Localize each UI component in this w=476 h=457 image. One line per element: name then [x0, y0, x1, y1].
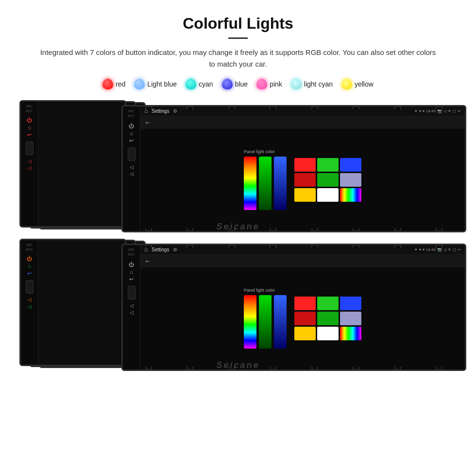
bottom-camera-icon: 📷 — [437, 247, 442, 252]
bottom-main-inner: MIC RST ⏻ ⌂ ↩ ◁ ◁ ⌂ Settings — [123, 245, 465, 369]
color-item-pink: pink — [256, 79, 282, 89]
color-item-lightblue: Light blue — [134, 79, 177, 89]
bottom-bars-container — [244, 295, 287, 349]
color-item-yellow: yellow — [341, 79, 374, 89]
bottom-screen-area: ⌂ Settings ⚙ ✦ ▾ ▾ 14:40 📷 ◁ — [140, 245, 465, 369]
bottom-top-teeth — [123, 245, 465, 248]
swatch-r2c3[interactable] — [340, 173, 361, 187]
color-item-cyan: cyan — [186, 79, 213, 89]
screen-vol-icon: ◁ — [443, 109, 446, 113]
bottom-swatch-r2c3[interactable] — [340, 312, 361, 325]
screen-bluetooth-icon: ✦ — [414, 109, 418, 113]
bottom-device-group: MIC RST ⏻ ⌂ ↩ ◁ ◁ MI — [19, 239, 466, 375]
bulb-red-icon — [102, 79, 113, 89]
bulb-lightblue-icon — [134, 79, 145, 89]
bottom-back-unit-1: MIC RST ⏻ ⌂ ↩ ◁ ◁ — [19, 239, 126, 366]
bottom-screen-time: 14:40 — [426, 247, 436, 252]
color-label-blue: blue — [235, 80, 248, 88]
bottom-bar-blue — [274, 295, 287, 349]
top-device-group: MIC RST ⏻ ⌂ ↩ ◁ ◁ — [19, 100, 466, 236]
top-teeth — [123, 106, 465, 109]
bottom-swatch-r3c3[interactable] — [340, 327, 361, 340]
color-label-yellow: yellow — [355, 80, 374, 88]
bottom-swatch-r1c1[interactable] — [294, 297, 316, 310]
top-screen-area: ⌂ Settings ⚙ ✦ ▾ ▾ 14:40 📷 ◁ — [140, 106, 465, 231]
top-power-icon: ⏻ — [129, 123, 134, 129]
swatch-r1c3[interactable] — [340, 158, 361, 172]
tooth-3 — [228, 106, 235, 109]
bottom-sidebar-1: MIC RST ⏻ ⌂ ↩ ◁ ◁ — [21, 240, 38, 365]
home-icon-1: ⌂ — [28, 124, 31, 130]
tooth-6 — [353, 106, 359, 109]
top-watermark-container: Seicane — [19, 222, 457, 232]
bulb-cyan-icon — [186, 79, 196, 89]
bottom-swatch-r2c1[interactable] — [294, 312, 316, 325]
bottom-topbar-right: ✦ ▾ ▾ 14:40 📷 ◁ ✕ ◻ ↩ — [414, 247, 461, 252]
slot-1 — [26, 141, 34, 155]
swatch-r2c2[interactable] — [317, 173, 339, 187]
page-title: Colorful Lights — [19, 15, 457, 33]
panel-light-section: Panel light color — [244, 149, 287, 210]
bottom-swatch-r3c2[interactable] — [317, 327, 339, 340]
bulb-pink-icon — [256, 79, 267, 89]
top-main-device: MIC RST ⏻ ⌂ ↩ ◁ ◁ ⌂ — [121, 105, 466, 232]
bottom-device-section: MIC RST ⏻ ⌂ ↩ ◁ ◁ MI — [19, 239, 457, 370]
top-slot — [128, 147, 136, 161]
swatch-section — [294, 158, 361, 202]
title-divider — [228, 37, 248, 39]
color-item-red: red — [102, 79, 125, 89]
bulb-yellow-icon — [341, 79, 352, 89]
top-watermark: Seicane — [216, 222, 259, 231]
bottom-swatch-r1c2[interactable] — [317, 297, 339, 310]
bottom-bluetooth-icon: ✦ — [414, 247, 418, 252]
bottom-watermark: Seicane — [216, 360, 259, 370]
screen-camera-icon: 📷 — [437, 109, 442, 113]
swatch-r3c3[interactable] — [340, 188, 361, 202]
swatch-r1c1[interactable] — [294, 158, 316, 172]
screen-return-icon: ↩ — [458, 109, 461, 113]
tooth-5 — [311, 106, 318, 109]
color-bars-container — [244, 157, 287, 210]
top-stack-left: MIC RST ⏻ ⌂ ↩ ◁ ◁ — [19, 100, 136, 231]
bottom-bar-rainbow — [244, 295, 256, 349]
screen-rect-icon: ◻ — [453, 109, 456, 113]
bottom-swatch-r3c1[interactable] — [294, 327, 316, 340]
vol-icon-1: ◁ — [28, 158, 32, 164]
bottom-back-arrow-icon[interactable]: ← — [144, 257, 151, 265]
back-arrow-icon[interactable]: ← — [144, 119, 151, 126]
vol2-icon-1: ◁ — [28, 165, 32, 171]
swatch-r1c2[interactable] — [317, 158, 339, 172]
bulb-lightcyan-icon — [291, 79, 302, 89]
bottom-battery-icon: ▾ — [423, 247, 425, 252]
page-wrapper: Colorful Lights Integrated with 7 colors… — [0, 0, 476, 382]
tooth-8 — [436, 106, 442, 109]
top-rst-label: RST — [128, 114, 135, 118]
bottom-stack-left: MIC RST ⏻ ⌂ ↩ ◁ ◁ MI — [19, 239, 136, 370]
color-label-cyan: cyan — [199, 80, 213, 88]
bar-rainbow — [244, 157, 256, 210]
bottom-panel-light-section: Panel light color — [244, 288, 287, 349]
bottom-swatch-r1c3[interactable] — [340, 297, 361, 310]
swatch-r3c1[interactable] — [294, 188, 316, 202]
top-main-inner: MIC RST ⏻ ⌂ ↩ ◁ ◁ ⌂ — [123, 106, 465, 231]
swatch-r2c1[interactable] — [294, 173, 316, 187]
bulb-blue-icon — [222, 79, 233, 89]
swatch-r3c2[interactable] — [317, 188, 339, 202]
bottom-close-icon: ✕ — [448, 247, 451, 252]
screen-battery-icon: ▾ — [423, 109, 425, 113]
bottom-swatch-section — [294, 297, 361, 340]
top-main-sidebar: MIC RST ⏻ ⌂ ↩ ◁ ◁ — [123, 106, 140, 231]
page-description: Integrated with 7 colors of button indic… — [39, 47, 437, 70]
top-mic-label: MIC — [128, 109, 135, 113]
screen-time: 14:40 — [426, 109, 436, 113]
tooth-2 — [187, 106, 193, 109]
top-vol2-icon: ◁ — [130, 171, 134, 176]
panel-light-label: Panel light color — [244, 149, 287, 154]
bottom-vol-icon: ◁ — [443, 247, 446, 252]
color-label-pink: pink — [270, 80, 282, 88]
bottom-swatch-r2c2[interactable] — [317, 312, 339, 325]
top-home-icon: ⌂ — [130, 130, 133, 136]
top-back-unit-1: MIC RST ⏻ ⌂ ↩ ◁ ◁ — [19, 100, 126, 228]
tooth-4 — [270, 106, 276, 109]
color-label-lightcyan: light cyan — [304, 80, 333, 88]
